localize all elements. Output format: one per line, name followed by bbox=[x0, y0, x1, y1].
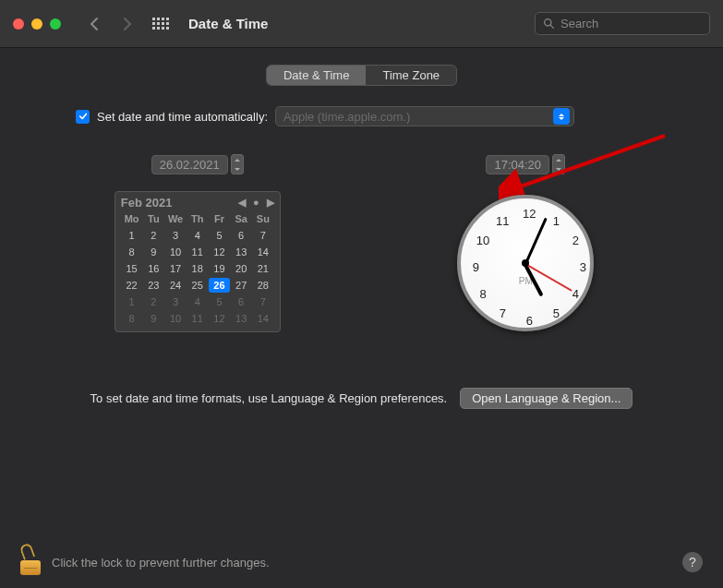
calendar-dow: Sa bbox=[230, 211, 252, 226]
calendar-day[interactable]: 22 bbox=[121, 278, 143, 293]
calendar-day[interactable]: 15 bbox=[121, 261, 143, 276]
clock-number: 6 bbox=[521, 314, 537, 328]
clock-number: 12 bbox=[521, 207, 537, 221]
calendar-day[interactable]: 5 bbox=[209, 294, 231, 309]
tab-date-time[interactable]: Date & Time bbox=[267, 66, 367, 85]
calendar-day[interactable]: 9 bbox=[142, 245, 164, 259]
clock-number: 1 bbox=[548, 213, 564, 227]
calendar-month-label: Feb 2021 bbox=[121, 196, 173, 210]
show-all-button[interactable] bbox=[148, 13, 174, 35]
back-button[interactable] bbox=[81, 13, 107, 35]
help-button[interactable]: ? bbox=[682, 552, 703, 572]
calendar-day[interactable]: 1 bbox=[121, 294, 143, 309]
analog-clock: 123456789101112 PM bbox=[457, 195, 594, 331]
calendar-day[interactable]: 11 bbox=[187, 311, 209, 326]
calendar-day[interactable]: 11 bbox=[187, 245, 209, 259]
calendar-day[interactable]: 8 bbox=[121, 311, 143, 326]
forward-button[interactable] bbox=[114, 13, 140, 35]
calendar-dow: Fr bbox=[209, 211, 231, 226]
calendar-prev-icon[interactable]: ◀ bbox=[238, 197, 246, 209]
clock-number: 7 bbox=[494, 306, 511, 320]
svg-line-1 bbox=[550, 25, 553, 28]
close-window-button[interactable] bbox=[13, 18, 24, 30]
calendar-day[interactable]: 10 bbox=[164, 311, 187, 326]
clock-number: 2 bbox=[567, 234, 584, 247]
lock-icon[interactable] bbox=[20, 549, 41, 575]
calendar-day[interactable]: 18 bbox=[187, 261, 209, 276]
lock-message: Click the lock to prevent further change… bbox=[52, 556, 270, 570]
calendar-dow: Mo bbox=[121, 211, 143, 226]
time-field[interactable]: 17:04:20 bbox=[486, 155, 549, 174]
calendar-dow: Th bbox=[187, 211, 209, 226]
clock-number: 11 bbox=[494, 213, 511, 227]
calendar-day[interactable]: 28 bbox=[252, 278, 274, 293]
calendar-day[interactable]: 2 bbox=[142, 294, 164, 309]
calendar[interactable]: Feb 2021 ◀ ● ▶ MoTuWeThFrSaSu12345678910… bbox=[114, 191, 281, 332]
calendar-next-icon[interactable]: ▶ bbox=[267, 197, 274, 209]
clock-number: 3 bbox=[574, 260, 591, 274]
toolbar: Date & Time Search bbox=[0, 0, 723, 48]
calendar-day[interactable]: 17 bbox=[164, 261, 187, 276]
date-stepper[interactable] bbox=[231, 154, 244, 174]
calendar-today-icon[interactable]: ● bbox=[253, 197, 259, 209]
calendar-day[interactable]: 7 bbox=[252, 228, 274, 243]
calendar-day[interactable]: 4 bbox=[187, 228, 209, 243]
calendar-day[interactable]: 13 bbox=[230, 245, 252, 259]
set-automatically-checkbox[interactable] bbox=[76, 110, 90, 124]
calendar-day[interactable]: 19 bbox=[209, 261, 231, 276]
calendar-day[interactable]: 6 bbox=[230, 228, 252, 243]
calendar-day[interactable]: 2 bbox=[142, 228, 164, 243]
calendar-day[interactable]: 1 bbox=[121, 228, 143, 243]
calendar-day[interactable]: 8 bbox=[121, 245, 143, 259]
calendar-day[interactable]: 14 bbox=[252, 245, 274, 259]
calendar-day[interactable]: 13 bbox=[230, 311, 252, 326]
calendar-day[interactable]: 9 bbox=[142, 311, 164, 326]
calendar-day[interactable]: 7 bbox=[252, 294, 274, 309]
time-server-dropdown[interactable]: Apple (time.apple.com.) bbox=[275, 106, 574, 126]
grid-icon bbox=[152, 18, 169, 30]
calendar-day[interactable]: 27 bbox=[230, 278, 252, 293]
calendar-day[interactable]: 24 bbox=[164, 278, 187, 293]
calendar-day[interactable]: 3 bbox=[164, 228, 187, 243]
format-hint: To set date and time formats, use Langua… bbox=[90, 391, 448, 405]
calendar-day[interactable]: 20 bbox=[230, 261, 252, 276]
calendar-day[interactable]: 5 bbox=[209, 228, 231, 243]
tab-bar: Date & Time Time Zone bbox=[24, 65, 699, 86]
calendar-day[interactable]: 23 bbox=[142, 278, 164, 293]
clock-number: 5 bbox=[548, 306, 564, 320]
calendar-day[interactable]: 12 bbox=[209, 245, 231, 259]
calendar-day[interactable]: 3 bbox=[164, 294, 187, 309]
calendar-day[interactable]: 6 bbox=[230, 294, 252, 309]
chevron-updown-icon bbox=[553, 108, 570, 125]
search-placeholder: Search bbox=[560, 17, 598, 30]
calendar-day[interactable]: 21 bbox=[252, 261, 274, 276]
zoom-window-button[interactable] bbox=[50, 18, 61, 30]
window-title: Date & Time bbox=[188, 16, 268, 31]
search-input[interactable]: Search bbox=[535, 12, 710, 35]
calendar-day[interactable]: 4 bbox=[187, 294, 209, 309]
calendar-dow: Tu bbox=[142, 211, 164, 226]
tab-time-zone[interactable]: Time Zone bbox=[366, 66, 456, 85]
calendar-day[interactable]: 10 bbox=[164, 245, 187, 259]
open-language-region-button[interactable]: Open Language & Region... bbox=[460, 388, 633, 409]
calendar-day[interactable]: 25 bbox=[187, 278, 209, 293]
calendar-day[interactable]: 16 bbox=[142, 261, 164, 276]
search-icon bbox=[543, 18, 555, 30]
calendar-dow: We bbox=[164, 211, 187, 226]
calendar-day[interactable]: 14 bbox=[252, 311, 274, 326]
window-controls bbox=[13, 18, 61, 30]
time-stepper[interactable] bbox=[552, 154, 565, 174]
calendar-dow: Su bbox=[252, 211, 274, 226]
date-field[interactable]: 26.02.2021 bbox=[151, 155, 228, 174]
calendar-day[interactable]: 12 bbox=[209, 311, 231, 326]
clock-number: 8 bbox=[475, 287, 491, 301]
time-server-value: Apple (time.apple.com.) bbox=[283, 110, 410, 124]
clock-number: 9 bbox=[467, 260, 484, 274]
calendar-day[interactable]: 26 bbox=[209, 278, 231, 293]
clock-number: 10 bbox=[475, 234, 491, 247]
minimize-window-button[interactable] bbox=[31, 18, 42, 30]
set-automatically-label: Set date and time automatically: bbox=[97, 110, 268, 124]
